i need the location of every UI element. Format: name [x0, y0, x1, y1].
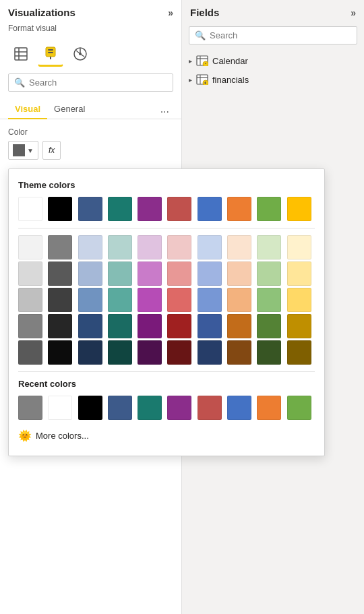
theme-color-cell[interactable]	[167, 197, 191, 221]
fields-search-input[interactable]	[210, 30, 351, 40]
recent-color-cell[interactable]	[78, 396, 102, 420]
theme-color-cell[interactable]	[257, 314, 281, 338]
theme-color-cell[interactable]	[227, 288, 251, 312]
theme-color-cell[interactable]	[287, 340, 311, 365]
theme-color-row-2	[18, 235, 315, 259]
theme-color-cell[interactable]	[78, 288, 102, 312]
right-panel-expand-icon[interactable]: »	[351, 7, 356, 18]
theme-color-cell[interactable]	[287, 288, 311, 312]
tab-more-button[interactable]: ...	[156, 100, 173, 118]
theme-color-cell[interactable]	[18, 288, 42, 312]
theme-color-cell[interactable]	[108, 235, 132, 259]
left-panel-expand-icon[interactable]: »	[168, 7, 173, 18]
svg-point-8	[79, 53, 82, 55]
theme-color-cell[interactable]	[18, 197, 42, 221]
field-item-financials[interactable]: ▸ financials	[182, 70, 364, 89]
theme-color-row-4	[18, 288, 315, 312]
theme-color-cell[interactable]	[108, 197, 132, 221]
more-colors-button[interactable]: 🌞 More colors...	[18, 427, 315, 445]
theme-color-cell[interactable]	[48, 235, 72, 259]
svg-rect-6	[48, 52, 53, 53]
theme-color-cell[interactable]	[198, 197, 222, 221]
theme-color-cell[interactable]	[257, 340, 281, 365]
theme-color-cell[interactable]	[287, 235, 311, 259]
color-swatch-button[interactable]: ▼	[8, 141, 38, 160]
theme-color-cell[interactable]	[18, 340, 42, 365]
theme-color-row-5	[18, 314, 315, 338]
field-item-calendar[interactable]: ▸ Calendar	[182, 51, 364, 70]
theme-color-cell[interactable]	[227, 235, 251, 259]
format-tabs: Visual General ...	[0, 96, 181, 119]
fx-button[interactable]: fx	[42, 141, 61, 160]
theme-color-cell[interactable]	[138, 314, 162, 338]
theme-color-cell[interactable]	[138, 235, 162, 259]
theme-color-cell[interactable]	[167, 262, 191, 286]
theme-color-cell[interactable]	[227, 262, 251, 286]
theme-color-cell[interactable]	[78, 340, 102, 365]
theme-color-cell[interactable]	[108, 288, 132, 312]
theme-color-cell[interactable]	[48, 288, 72, 312]
color-picker-dropdown: Theme colors Recent colors 🌞 More colors…	[8, 168, 325, 456]
recent-color-cell[interactable]	[108, 396, 132, 420]
theme-color-cell[interactable]	[198, 235, 222, 259]
theme-color-cell[interactable]	[48, 314, 72, 338]
theme-color-cell[interactable]	[78, 262, 102, 286]
visualizations-search-box[interactable]: 🔍	[8, 73, 173, 92]
theme-color-cell[interactable]	[167, 340, 191, 365]
recent-color-cell[interactable]	[48, 396, 72, 420]
theme-color-cell[interactable]	[167, 235, 191, 259]
theme-color-cell[interactable]	[18, 262, 42, 286]
visual-format-icon[interactable]	[8, 41, 34, 67]
theme-color-cell[interactable]	[138, 262, 162, 286]
tab-visual[interactable]: Visual	[8, 100, 47, 119]
palette-icon: 🌞	[18, 429, 32, 442]
recent-color-cell[interactable]	[138, 396, 162, 420]
financials-label: financials	[212, 75, 249, 85]
recent-color-cell[interactable]	[198, 396, 222, 420]
theme-color-cell[interactable]	[78, 235, 102, 259]
fields-header: Fields »	[182, 0, 364, 22]
theme-color-cell[interactable]	[167, 314, 191, 338]
theme-color-cell[interactable]	[287, 314, 311, 338]
theme-color-cell[interactable]	[198, 288, 222, 312]
color-control: ▼ fx	[8, 141, 173, 160]
analytics-icon[interactable]	[67, 41, 93, 67]
theme-color-cell[interactable]	[257, 235, 281, 259]
theme-color-cell[interactable]	[287, 262, 311, 286]
theme-color-cell[interactable]	[198, 314, 222, 338]
theme-color-cell[interactable]	[138, 288, 162, 312]
recent-color-cell[interactable]	[257, 396, 281, 420]
theme-color-cell[interactable]	[227, 314, 251, 338]
theme-color-cell[interactable]	[18, 235, 42, 259]
paint-format-icon[interactable]	[38, 41, 63, 67]
fields-search-box[interactable]: 🔍	[189, 26, 357, 44]
theme-color-cell[interactable]	[167, 288, 191, 312]
recent-color-cell[interactable]	[18, 396, 42, 420]
recent-color-cell[interactable]	[287, 396, 311, 420]
theme-color-cell[interactable]	[138, 340, 162, 365]
theme-color-cell[interactable]	[287, 197, 311, 221]
visualizations-search-input[interactable]	[29, 78, 167, 88]
theme-color-cell[interactable]	[108, 314, 132, 338]
recent-colors-title: Recent colors	[18, 379, 315, 389]
theme-color-cell[interactable]	[227, 197, 251, 221]
recent-color-cell[interactable]	[227, 396, 251, 420]
theme-color-cell[interactable]	[18, 314, 42, 338]
theme-color-cell[interactable]	[227, 340, 251, 365]
theme-color-cell[interactable]	[198, 340, 222, 365]
theme-color-cell[interactable]	[138, 197, 162, 221]
tab-general[interactable]: General	[47, 100, 92, 119]
theme-color-cell[interactable]	[48, 340, 72, 365]
color-section: Color ▼ fx	[0, 119, 181, 164]
theme-color-cell[interactable]	[257, 262, 281, 286]
theme-color-cell[interactable]	[78, 314, 102, 338]
theme-color-cell[interactable]	[108, 262, 132, 286]
recent-color-cell[interactable]	[167, 396, 191, 420]
theme-color-cell[interactable]	[48, 262, 72, 286]
theme-color-cell[interactable]	[198, 262, 222, 286]
theme-color-cell[interactable]	[257, 197, 281, 221]
theme-color-cell[interactable]	[78, 197, 102, 221]
theme-color-cell[interactable]	[108, 340, 132, 365]
theme-color-cell[interactable]	[48, 197, 72, 221]
theme-color-cell[interactable]	[257, 288, 281, 312]
